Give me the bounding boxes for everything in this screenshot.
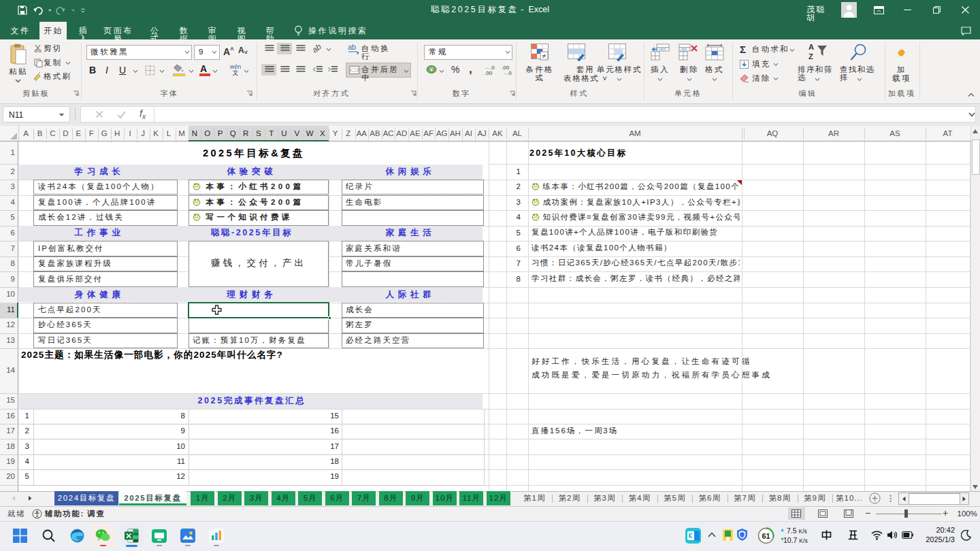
svg-text:≠: ≠ [542,52,546,60]
svg-text:¥: ¥ [429,66,434,73]
svg-text:61: 61 [762,532,770,540]
